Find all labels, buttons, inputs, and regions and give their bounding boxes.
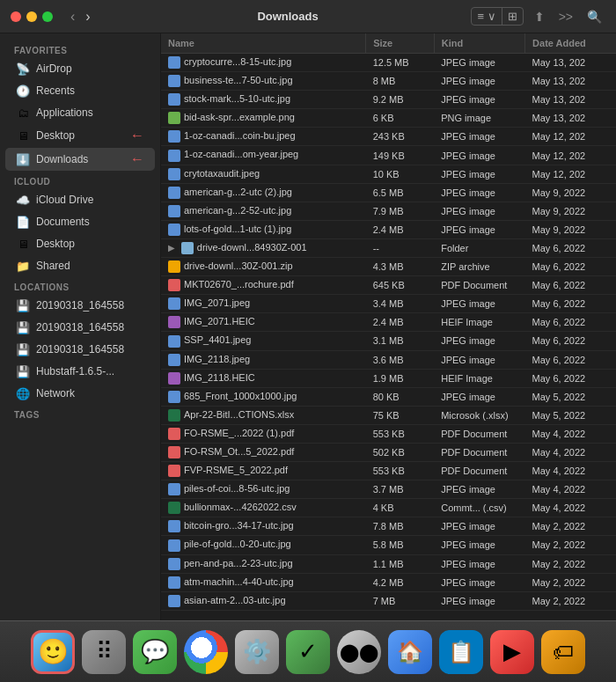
file-kind: PDF Document bbox=[434, 462, 524, 480]
dock-item-launchpad[interactable]: ⠿ bbox=[82, 630, 126, 674]
jpeg-file-icon bbox=[168, 56, 180, 69]
dock-item-trello[interactable]: 📋 bbox=[439, 630, 483, 674]
sidebar-item-recents[interactable]: 🕐 Recents bbox=[5, 80, 155, 101]
dock-item-messages[interactable]: 💬 bbox=[133, 630, 177, 674]
desktop-icon: 🖥 bbox=[16, 128, 30, 143]
table-header: Name Size Kind Date Added bbox=[161, 33, 616, 54]
table-row[interactable]: cryptocurre...8-15-utc.jpg12.5 MBJPEG im… bbox=[161, 54, 616, 72]
close-button[interactable] bbox=[11, 11, 21, 22]
file-date: May 9, 2022 bbox=[525, 220, 616, 238]
dock-item-finder[interactable]: 🙂 bbox=[31, 630, 75, 674]
sidebar-item-loc3[interactable]: 💾 20190318_164558 bbox=[5, 339, 155, 360]
table-row[interactable]: MKT02670_...rochure.pdf645 KBPDF Documen… bbox=[161, 276, 616, 295]
pdf-file-icon bbox=[168, 446, 180, 458]
file-size: 3.6 MB bbox=[366, 350, 435, 369]
app3-icon: 🏠 bbox=[397, 640, 423, 664]
sidebar-item-desktop[interactable]: 🖥 Desktop ← bbox=[5, 124, 155, 147]
sidebar-item-loc2[interactable]: 💾 20190318_164558 bbox=[5, 317, 155, 338]
file-name: atm-machin...4-40-utc.jpg bbox=[184, 576, 294, 587]
table-row[interactable]: 685_Front_1000x1000.jpg80 KBJPEG imageMa… bbox=[161, 387, 616, 406]
file-size: 12.5 MB bbox=[366, 54, 435, 72]
sidebar-item-network[interactable]: 🌐 Network bbox=[5, 383, 155, 404]
sidebar-item-label: Documents bbox=[36, 216, 90, 228]
col-header-name[interactable]: Name bbox=[161, 33, 366, 54]
file-list[interactable]: Name Size Kind Date Added cryptocurre...… bbox=[161, 33, 616, 620]
dock-item-chrome[interactable] bbox=[184, 630, 228, 674]
col-header-kind[interactable]: Kind bbox=[434, 33, 524, 54]
table-row[interactable]: piles-of-coi...8-56-utc.jpg3.7 MBJPEG im… bbox=[161, 480, 616, 499]
table-row[interactable]: drive-downl...30Z-001.zip4.3 MBZIP archi… bbox=[161, 258, 616, 276]
table-row[interactable]: pen-and-pa...2-23-utc.jpg1.1 MBJPEG imag… bbox=[161, 554, 616, 573]
file-date: May 6, 2022 bbox=[525, 238, 616, 257]
table-row[interactable]: IMG_2118.jpeg3.6 MBJPEG imageMay 6, 2022 bbox=[161, 350, 616, 369]
file-kind: JPEG image bbox=[434, 146, 524, 165]
file-size: 4.3 MB bbox=[366, 258, 435, 276]
table-row[interactable]: lots-of-gold...1-utc (1).jpg2.4 MBJPEG i… bbox=[161, 220, 616, 238]
table-row[interactable]: atm-machin...4-40-utc.jpg4.2 MBJPEG imag… bbox=[161, 573, 616, 591]
forward-button[interactable]: › bbox=[82, 7, 93, 26]
table-row[interactable]: FO-RSME_...2022 (1).pdf553 KBPDF Documen… bbox=[161, 424, 616, 443]
sidebar-item-loc1[interactable]: 💾 20190318_164558 bbox=[5, 295, 155, 316]
table-row[interactable]: IMG_2118.HEIC1.9 MBHEIF ImageMay 6, 2022 bbox=[161, 369, 616, 387]
col-header-size[interactable]: Size bbox=[366, 33, 435, 54]
dock-item-app2[interactable]: ⬤⬤ bbox=[337, 630, 381, 674]
table-row[interactable]: SSP_4401.jpeg3.1 MBJPEG imageMay 6, 2022 bbox=[161, 332, 616, 350]
dock-item-app5[interactable]: ▶ bbox=[490, 630, 534, 674]
table-row[interactable]: american-g...2-utc (2).jpg6.5 MBJPEG ima… bbox=[161, 183, 616, 202]
dock-item-system-prefs[interactable]: ⚙️ bbox=[235, 630, 279, 674]
sidebar-item-hubstaff[interactable]: 💾 Hubstaff-1.6.5-... bbox=[5, 361, 155, 382]
dock-item-app6[interactable]: 🏷 bbox=[541, 630, 585, 674]
col-header-date[interactable]: Date Added bbox=[525, 33, 616, 54]
file-date: May 4, 2022 bbox=[525, 480, 616, 499]
table-row[interactable]: FVP-RSME_5_2022.pdf553 KBPDF DocumentMay… bbox=[161, 462, 616, 480]
file-name: pile-of-gold...0-20-utc.jpg bbox=[184, 539, 291, 549]
file-size: 6 KB bbox=[366, 109, 435, 128]
sidebar-item-label: Desktop bbox=[36, 238, 75, 250]
drive-icon-3: 💾 bbox=[16, 342, 30, 356]
file-kind: JPEG image bbox=[434, 350, 524, 369]
list-view-button[interactable]: ≡ ∨ bbox=[472, 8, 502, 25]
sidebar-item-desktop-icloud[interactable]: 🖥 Desktop bbox=[5, 233, 155, 254]
file-date: May 13, 202 bbox=[525, 109, 616, 128]
table-row[interactable]: ▶ drive-downl...84930Z-001--FolderMay 6,… bbox=[161, 238, 616, 257]
pdf-file-icon bbox=[168, 465, 180, 477]
table-row[interactable]: Apr-22-BitI...CTIONS.xlsx75 KBMicrosok (… bbox=[161, 406, 616, 424]
more-button[interactable]: >> bbox=[555, 8, 576, 26]
sidebar-item-downloads[interactable]: ⬇️ Downloads ← bbox=[5, 148, 155, 171]
sidebar-item-shared[interactable]: 📁 Shared bbox=[5, 255, 155, 276]
table-row[interactable]: asian-atm-2...03-utc.jpg7 MBJPEG imageMa… bbox=[161, 591, 616, 610]
table-row[interactable]: american-g...2-52-utc.jpg7.9 MBJPEG imag… bbox=[161, 202, 616, 220]
table-row[interactable]: business-te...7-50-utc.jpg8 MBJPEG image… bbox=[161, 72, 616, 91]
back-button[interactable]: ‹ bbox=[67, 7, 78, 26]
sidebar-item-icloud-drive[interactable]: ☁️ iCloud Drive bbox=[5, 189, 155, 210]
file-size: 80 KB bbox=[366, 387, 435, 406]
minimize-button[interactable] bbox=[26, 11, 37, 22]
file-name: IMG_2118.jpeg bbox=[184, 354, 250, 364]
sidebar-item-airdrop[interactable]: 📡 AirDrop bbox=[5, 58, 155, 79]
jpeg-file-icon bbox=[168, 520, 180, 532]
table-row[interactable]: FO-RSM_Ot...5_2022.pdf502 KBPDF Document… bbox=[161, 443, 616, 461]
fullscreen-button[interactable] bbox=[42, 11, 53, 22]
table-row[interactable]: bullionmax-...4262022.csv4 KBCommt... (.… bbox=[161, 499, 616, 517]
table-row[interactable]: stock-mark...5-10-utc.jpg9.2 MBJPEG imag… bbox=[161, 91, 616, 109]
dock-item-app3[interactable]: 🏠 bbox=[388, 630, 432, 674]
share-button[interactable]: ⬆ bbox=[531, 8, 548, 26]
table-row[interactable]: 1-oz-canadi...coin-bu.jpeg243 KBJPEG ima… bbox=[161, 128, 616, 146]
file-kind: HEIF Image bbox=[434, 313, 524, 332]
pdf-file-icon bbox=[168, 428, 180, 440]
table-row[interactable]: bid-ask-spr...example.png6 KBPNG imageMa… bbox=[161, 109, 616, 128]
file-kind: PNG image bbox=[434, 109, 524, 128]
locations-section-label: Locations bbox=[0, 277, 160, 294]
sidebar-item-documents[interactable]: 📄 Documents bbox=[5, 211, 155, 232]
table-row[interactable]: 1-oz-canadi...om-year.jpeg149 KBJPEG ima… bbox=[161, 146, 616, 165]
sidebar-item-applications[interactable]: 🗂 Applications bbox=[5, 102, 155, 123]
search-button[interactable]: 🔍 bbox=[583, 8, 605, 26]
table-row[interactable]: pile-of-gold...0-20-utc.jpg5.8 MBJPEG im… bbox=[161, 536, 616, 554]
table-row[interactable]: IMG_2071.jpeg3.4 MBJPEG imageMay 6, 2022 bbox=[161, 295, 616, 313]
dock-item-app1[interactable]: ✓ bbox=[286, 630, 330, 674]
table-row[interactable]: bitcoin-gro...34-17-utc.jpg7.8 MBJPEG im… bbox=[161, 517, 616, 536]
grid-view-button[interactable]: ⊞ bbox=[502, 8, 523, 25]
file-size: 10 KB bbox=[366, 165, 435, 183]
table-row[interactable]: IMG_2071.HEIC2.4 MBHEIF ImageMay 6, 2022 bbox=[161, 313, 616, 332]
table-row[interactable]: crytotaxaudit.jpeg10 KBJPEG imageMay 12,… bbox=[161, 165, 616, 183]
